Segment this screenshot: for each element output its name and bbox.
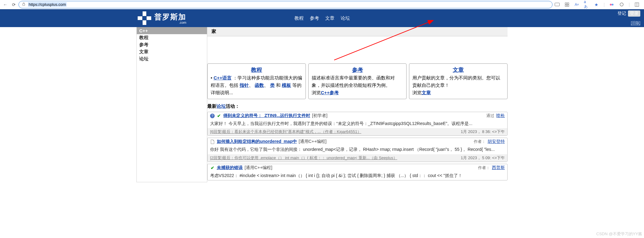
link-browse-articles[interactable]: 文章 [422,90,431,95]
card-tutorials-title[interactable]: 教程 [251,67,262,73]
sidebar-item-forums[interactable]: 论坛 [137,55,207,63]
page-title: 家 [212,29,216,34]
nav-forums[interactable]: 论坛 [341,15,350,21]
svg-point-7 [612,4,614,6]
thread-category: [初学者] [312,113,327,119]
nav-articles[interactable]: 文章 [325,15,334,21]
thread-category: [通用C++编程] [299,139,326,144]
sidebar-item-articles[interactable]: 文章 [137,48,207,55]
thread-timestamp: 1月 2023， 5 09: <>下午 [461,155,505,161]
forum-thread: 如何插入到给定结构的unordered_map中[通用C++编程]作者：胡安登特… [207,138,508,162]
split-view-icon[interactable] [634,2,640,7]
copilot-icon[interactable] [609,2,614,7]
thread-meta: [6回复]最后：看起来这个库本身已经切换到"基本构建"模式，...（作者：Kig… [210,129,461,135]
document-icon [210,139,215,144]
register-link[interactable]: 登记 [618,11,626,16]
address-bar[interactable]: https://cplusplus.com [18,1,553,8]
svg-rect-2 [565,3,567,4]
thread-author[interactable]: 喷枪 [496,113,505,119]
link-browse-reference[interactable]: C++参考 [321,90,339,95]
logo-plus-icon [138,11,151,25]
svg-rect-4 [565,5,567,6]
card-articles: 文章 用户贡献的文章，分为不同的类别。您可以贡献自己的文章！ 浏览文章 [409,63,508,99]
browser-actions: AA aあ ★ | | [554,2,642,7]
forum-thread: ?✔得到未定义的符号：_ZTIN9...运行执行文件时[初学者]通过喷枪大家好！… [207,112,508,136]
thread-title[interactable]: 未捕获的错误 [217,165,243,171]
logo-com: .com [154,21,186,24]
browser-bar: ← ⟳ https://cplusplus.com AA aあ ★ | | [0,0,644,9]
site-header: 普罗斯加 .com 教程 参考 文章 论坛 登记 登录 [旧版] [0,9,644,27]
question-icon: ? [210,114,215,118]
login-button[interactable]: 登录 [628,10,640,17]
main: 家 教程 • C++语言 ：学习这种多功能且功能强大的编程语言。包括 指针、 函… [207,27,508,182]
text-size-icon[interactable]: AA [574,2,580,7]
forum-thread: ✔未捕获的错误[通用C++编程]作者：西普斯考虑VS2022： #include… [207,164,508,180]
breadcrumb: 家 [207,27,508,36]
thread-timestamp: 1月 2023， 8 36: <>下午 [461,129,505,135]
check-icon: ✔ [210,165,215,170]
grid-icon[interactable] [564,2,570,7]
check-icon: ✔ [217,113,221,118]
thread-category: [通用C++编程] [245,165,272,171]
logo-text: 普罗斯加 [154,13,186,21]
top-nav: 教程 参考 文章 论坛 [294,15,350,21]
nav-reference[interactable]: 参考 [310,15,319,21]
lock-icon [22,2,26,7]
card-reference-title[interactable]: 参考 [352,67,363,73]
thread-author[interactable]: 西普斯 [492,165,505,171]
thread-snippet: 大家好！ 今天早上，当我运行执行文件时，我遇到了意外的错误：“未定义的符号：_Z… [208,119,507,128]
refresh-icon[interactable]: ⟳ [11,2,17,7]
link-pointers[interactable]: 指针 [240,83,249,88]
svg-rect-5 [567,5,569,6]
svg-rect-0 [23,4,25,6]
thread-snippet: 考虑VS2022： #include < iostream> int main（… [208,171,507,180]
sidebar-item-reference[interactable]: 参考 [137,41,207,48]
forum-heading: 最新论坛活动： [207,103,508,109]
thread-title[interactable]: 如何插入到给定结构的unordered_map中 [217,139,297,144]
thread-title[interactable]: 得到未定义的符号：_ZTIN9...运行执行文件时 [223,113,310,119]
screen-icon[interactable] [554,2,560,7]
extensions-icon[interactable] [619,2,624,7]
favorite-star-icon[interactable]: ★ [594,2,599,7]
back-icon[interactable]: ← [2,2,8,7]
card-row: 教程 • C++语言 ：学习这种多功能且功能强大的编程语言。包括 指针、 函数、… [207,63,508,99]
link-functions[interactable]: 函数 [255,83,264,88]
card-reference: 参考 描述标准语言库中最重要的类、函数和对象，并以描述性的全功能短程序为例。 浏… [308,63,407,99]
thread-snippet: 你好 我有这个代码，它给了我一个非法的间接： unordered_map<记录，… [208,145,507,154]
nav-tutorials[interactable]: 教程 [294,15,304,21]
svg-point-6 [610,4,612,6]
sidebar: C++ 教程 参考 文章 论坛 [136,27,207,182]
link-cpp-language[interactable]: C++语言 [213,75,231,80]
sidebar-head[interactable]: C++ [137,27,207,34]
legacy-link[interactable]: [旧版] [631,21,640,25]
translate-icon[interactable]: aあ [584,2,589,7]
svg-rect-3 [567,3,569,4]
sidebar-item-tutorials[interactable]: 教程 [137,34,207,41]
account-area: 登记 登录 [618,10,640,17]
thread-author[interactable]: 胡安登特 [488,139,505,144]
link-templates[interactable]: 模板 [282,83,291,88]
link-forum[interactable]: 论坛 [217,103,226,109]
browser-nav-left: ← ⟳ [2,2,17,7]
link-classes[interactable]: 类 [270,83,275,88]
url-text: https://cplusplus.com [28,2,67,7]
thread-meta: [2回复]最后：你也可以使用 .emplace（） int main（）{ 标准… [210,155,461,161]
logo[interactable]: 普罗斯加 .com [138,11,186,25]
card-articles-title[interactable]: 文章 [453,67,464,73]
svg-rect-1 [555,3,559,6]
content: C++ 教程 参考 文章 论坛 家 教程 • C++语言 ：学习这种多功能且功能… [136,27,508,182]
card-tutorials: 教程 • C++语言 ：学习这种多功能且功能强大的编程语言。包括 指针、 函数、… [207,63,306,99]
